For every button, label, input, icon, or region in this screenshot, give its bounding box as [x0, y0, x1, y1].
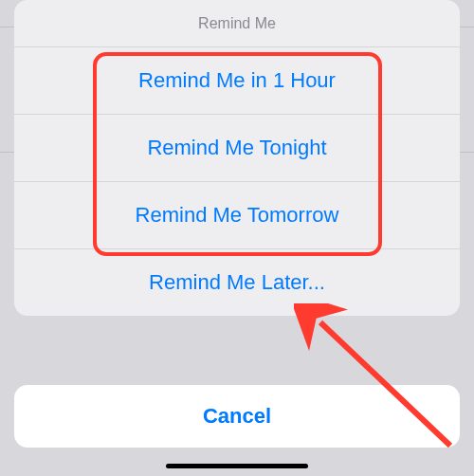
remind-tomorrow-option[interactable]: Remind Me Tomorrow: [14, 181, 460, 248]
remind-me-action-sheet: Remind Me Remind Me in 1 Hour Remind Me …: [14, 0, 460, 316]
remind-tonight-option[interactable]: Remind Me Tonight: [14, 114, 460, 181]
remind-1-hour-option[interactable]: Remind Me in 1 Hour: [14, 46, 460, 114]
home-indicator: [166, 464, 308, 468]
remind-later-option[interactable]: Remind Me Later...: [14, 248, 460, 316]
sheet-title: Remind Me: [14, 0, 460, 46]
cancel-button[interactable]: Cancel: [14, 385, 460, 448]
